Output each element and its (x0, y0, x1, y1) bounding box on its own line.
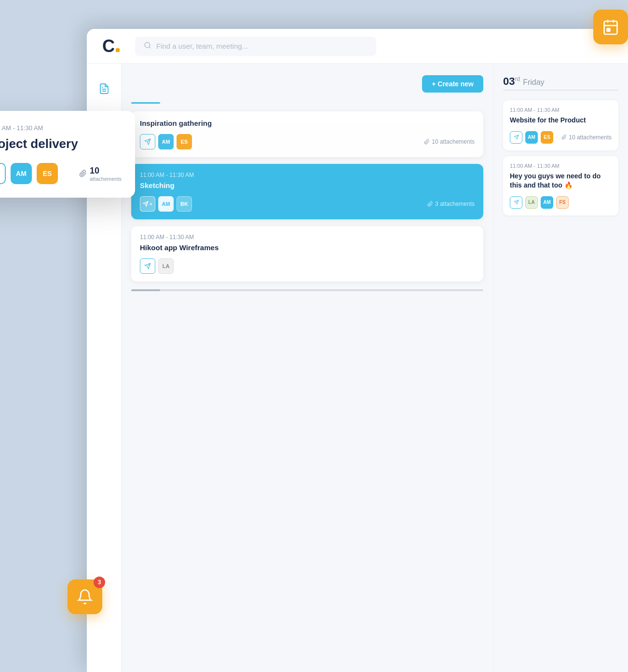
sidebar-item-documents[interactable] (95, 79, 114, 98)
right-avatars-2: LA AM FS (510, 196, 569, 209)
avatar-am-inspiration: AM (158, 134, 174, 149)
right-event-time-2: 11:00 AM - 11:30 AM (510, 163, 612, 169)
event-time-sketching: 11:00 AM - 11:30 AM (140, 172, 475, 178)
event-footer-inspiration: AM ES 10 attachements (140, 134, 475, 149)
send-plus-icon-sketching[interactable]: + (140, 196, 155, 212)
right-avatar-am-1: AM (525, 131, 538, 144)
svg-point-0 (145, 42, 150, 48)
events-column: Inspiration gathering AM ES (131, 111, 483, 282)
svg-rect-20 (607, 28, 610, 31)
avatar-la-hikoot: LA (158, 258, 174, 274)
notification-badge: 3 (94, 577, 105, 588)
right-avatar-es-1: ES (541, 131, 553, 144)
date-separator (503, 90, 618, 91)
right-send-2[interactable] (510, 196, 522, 209)
event-title-sketching: Sketching (140, 181, 475, 189)
right-event-footer-1: AM ES 10 attachements (510, 131, 612, 144)
avatars-sketching: + AM BK (140, 196, 192, 212)
attachments-inspiration: 10 attachements (424, 138, 475, 145)
popup-footer: AM ES 10 attachements (0, 163, 122, 184)
right-event-title-2: Hey you guys we need to do this and that… (510, 172, 612, 190)
send-icon-inspiration[interactable] (140, 134, 155, 149)
avatar-bk-sketching: BK (177, 196, 192, 212)
popup-send-button[interactable] (0, 163, 6, 184)
right-send-1[interactable] (510, 131, 522, 144)
popup-attachments: 10 attachements (79, 166, 122, 182)
right-panel: 03rdFriday 11:00 AM - 11:30 AM Website f… (493, 64, 628, 672)
main-content: + Create new Inspiration gathering (122, 64, 628, 672)
notification-fab[interactable]: 3 (68, 579, 102, 614)
right-event-website[interactable]: 11:00 AM - 11:30 AM Website for the Prod… (503, 100, 618, 150)
right-panel-date: 03rdFriday (503, 75, 618, 88)
search-icon (144, 41, 151, 51)
search-placeholder: Find a user, team, meeting... (156, 42, 248, 50)
avatar-am-sketching: AM (158, 196, 174, 212)
right-event-footer-2: LA AM FS (510, 196, 612, 209)
avatar-es-inspiration: ES (177, 134, 192, 149)
app-header: C Find a user, team, meeting... (87, 29, 628, 64)
event-footer-sketching: + AM BK 3 attachements (140, 196, 475, 212)
right-event-hey[interactable]: 11:00 AM - 11:30 AM Hey you guys we need… (503, 156, 618, 215)
search-bar[interactable]: Find a user, team, meeting... (135, 37, 376, 56)
send-icon-hikoot[interactable] (140, 258, 155, 274)
right-avatars-1: AM ES (510, 131, 553, 144)
app-logo: C (102, 38, 120, 55)
scroll-indicator[interactable] (131, 289, 483, 291)
popup-avatar-es: ES (37, 163, 58, 184)
popup-avatar-am: AM (11, 163, 32, 184)
scroll-thumb (131, 289, 160, 291)
svg-rect-16 (604, 21, 617, 34)
event-card-sketching[interactable]: 11:00 AM - 11:30 AM Sketching + AM BK (131, 164, 483, 219)
event-footer-hikoot: LA (140, 258, 475, 274)
event-card-inspiration[interactable]: Inspiration gathering AM ES (131, 111, 483, 157)
attachments-sketching: 3 attachements (427, 201, 475, 207)
right-avatar-am-2: AM (541, 196, 553, 209)
right-avatar-fs-2: FS (556, 196, 569, 209)
app-window: C Find a user, team, meeting... (87, 29, 628, 672)
calendar-header-row: + Create new (131, 75, 483, 93)
event-time-hikoot: 11:00 AM - 11:30 AM (140, 234, 475, 241)
event-title-hikoot: Hikoot app Wireframes (140, 243, 475, 252)
popup-attach-count: 10 (90, 166, 122, 176)
progress-line (131, 102, 160, 104)
right-avatar-la-2: LA (525, 196, 538, 209)
event-title-inspiration: Inspiration gathering (140, 119, 475, 127)
popup-title: Project delivery (0, 136, 122, 151)
popup-time: 11:00 AM - 11:30 AM (0, 124, 122, 132)
event-card-hikoot[interactable]: 11:00 AM - 11:30 AM Hikoot app Wireframe… (131, 226, 483, 282)
calendar-fab[interactable] (593, 10, 628, 44)
popup-card: 11:00 AM - 11:30 AM Project delivery AM … (0, 111, 135, 198)
right-event-time-1: 11:00 AM - 11:30 AM (510, 107, 612, 113)
avatars-hikoot: LA (140, 258, 174, 274)
popup-attach-label: attachements (90, 176, 122, 182)
avatars-inspiration: AM ES (140, 134, 192, 149)
right-event-title-1: Website for the Product (510, 116, 612, 125)
create-new-button[interactable]: + Create new (422, 75, 483, 93)
right-attachments-1: 10 attachements (561, 134, 612, 141)
calendar-area: + Create new Inspiration gathering (122, 64, 493, 672)
